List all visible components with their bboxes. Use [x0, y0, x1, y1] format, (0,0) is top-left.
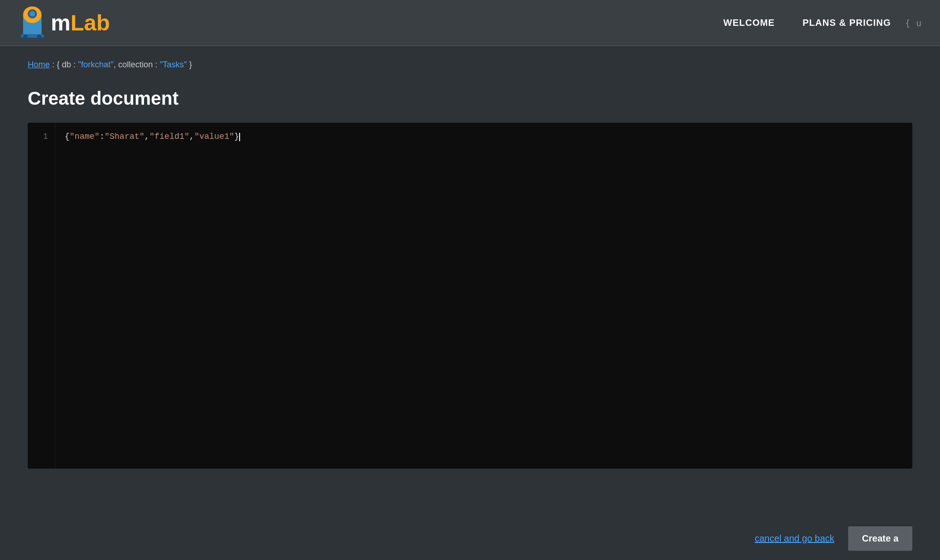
page-title: Create document	[28, 88, 912, 109]
code-content[interactable]: {"name":"Sharat","field1","value1"}	[55, 123, 912, 469]
code-comma-2: ,	[189, 132, 194, 141]
code-colon-1: :	[100, 132, 105, 141]
code-close-brace: }	[234, 132, 239, 141]
logo-icon	[18, 6, 46, 40]
code-comma-1: ,	[145, 132, 150, 141]
line-numbers: 1	[28, 123, 55, 469]
code-editor[interactable]: 1 {"name":"Sharat","field1","value1"}	[28, 123, 912, 469]
action-bar: cancel and go back Create a	[0, 517, 940, 560]
nav-links: WELCOME PLANS & PRICING	[723, 18, 891, 28]
create-button[interactable]: Create a	[848, 526, 912, 551]
breadcrumb: Home : { db : "forkchat", collection : "…	[0, 46, 940, 74]
code-value1: "value1"	[194, 132, 234, 141]
breadcrumb-home[interactable]: Home	[28, 60, 50, 69]
logo-text: mLab	[51, 10, 110, 36]
svg-point-5	[23, 35, 28, 39]
code-cursor	[239, 133, 240, 141]
logo-lab: Lab	[71, 11, 110, 35]
line-number-1: 1	[37, 132, 48, 141]
header-right: WELCOME PLANS & PRICING { u	[723, 18, 922, 29]
breadcrumb-collection-name: "Tasks"	[160, 60, 187, 69]
code-open-brace: {	[65, 132, 70, 141]
nav-plans-pricing[interactable]: PLANS & PRICING	[802, 18, 891, 28]
logo-area: mLab	[18, 6, 110, 40]
header: mLab WELCOME PLANS & PRICING { u	[0, 0, 940, 46]
svg-point-3	[30, 11, 35, 17]
code-name-val: "Sharat"	[104, 132, 144, 141]
code-name-key: "name"	[70, 132, 100, 141]
code-field1-key: "field1"	[150, 132, 189, 141]
logo-m: m	[51, 11, 71, 35]
page-title-area: Create document	[0, 74, 940, 118]
cancel-link[interactable]: cancel and go back	[755, 533, 834, 544]
nav-welcome[interactable]: WELCOME	[723, 18, 775, 28]
breadcrumb-separator: : { db :	[50, 60, 78, 69]
user-bracket-hint: { u	[905, 18, 922, 29]
breadcrumb-db-name: "forkchat"	[78, 60, 114, 69]
breadcrumb-collection-text: , collection :	[114, 60, 160, 69]
svg-point-6	[37, 35, 42, 39]
breadcrumb-end: }	[187, 60, 192, 69]
